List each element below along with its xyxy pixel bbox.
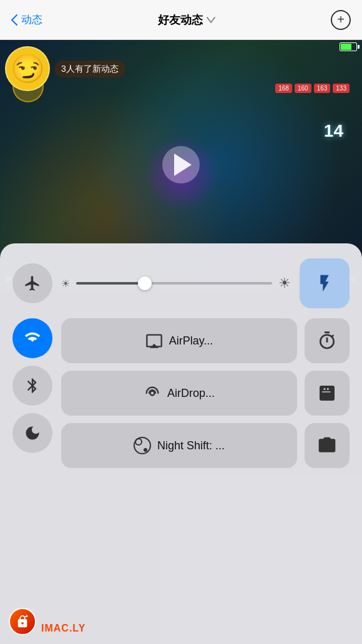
title-text: 好友动态 — [158, 12, 203, 27]
navigation-bar: 动态 好友动态 + — [0, 0, 362, 40]
play-triangle-icon — [174, 154, 192, 176]
brightness-slider-container[interactable]: ☀ ☀ — [61, 275, 291, 291]
wifi-button[interactable] — [12, 318, 52, 358]
flashlight-button[interactable] — [300, 258, 350, 308]
calculator-icon — [317, 383, 337, 403]
brightness-thumb[interactable] — [138, 276, 152, 290]
svg-point-0 — [150, 391, 154, 396]
moon-icon — [24, 424, 41, 442]
airplay-icon — [145, 332, 163, 349]
add-button[interactable]: + — [331, 10, 351, 30]
cc-left-column — [12, 318, 52, 453]
cc-airplay-row: AirPlay... — [61, 318, 350, 363]
camera-icon — [317, 436, 337, 456]
calculator-button[interactable] — [305, 371, 350, 416]
cc-airdrop-row: AirDrop... — [61, 371, 350, 416]
cc-right-section: AirPlay... — [61, 318, 350, 468]
night-shift-icon — [134, 437, 151, 454]
chevron-down-icon — [207, 17, 215, 23]
night-shift-label: Night Shift: ... — [157, 439, 225, 452]
airdrop-icon — [144, 384, 161, 402]
wifi-icon — [24, 329, 41, 347]
brightness-high-icon: ☀ — [278, 275, 291, 291]
avatar: 😏 — [5, 46, 50, 91]
airplay-label: AirPlay... — [169, 334, 213, 348]
brightness-low-icon: ☀ — [61, 278, 70, 290]
airdrop-label: AirDrop... — [167, 387, 215, 400]
battery-fill — [341, 44, 351, 50]
notification-text: 3人有了新动态 — [55, 61, 125, 77]
lock-badge — [9, 608, 36, 635]
back-label: 动态 — [21, 12, 42, 27]
control-center-panel: ☀ ☀ — [0, 243, 362, 644]
airplane-icon — [24, 275, 41, 292]
cc-nightshift-row: Night Shift: ... — [61, 423, 350, 468]
play-button[interactable] — [162, 146, 200, 183]
night-shift-button[interactable]: Night Shift: ... — [61, 423, 297, 468]
battery-indicator — [340, 42, 357, 51]
airdrop-button[interactable]: AirDrop... — [61, 371, 297, 416]
airplane-mode-button[interactable] — [12, 263, 52, 303]
watermark-site-text: IMAC.LY — [41, 623, 86, 633]
notification-label: 3人有了新动态 — [61, 64, 119, 74]
back-button[interactable]: 动态 — [11, 12, 42, 27]
page-title: 好友动态 — [158, 12, 215, 27]
battery-tip — [358, 45, 360, 49]
feed-notification: 😏 3人有了新动态 — [5, 46, 125, 91]
airplay-button[interactable]: AirPlay... — [61, 318, 297, 363]
cc-row-top: ☀ ☀ — [12, 258, 350, 308]
lock-rotate-icon — [16, 615, 29, 628]
timer-icon — [317, 331, 337, 351]
cc-main-section: AirPlay... — [12, 318, 350, 468]
add-icon: + — [337, 12, 345, 27]
brightness-track[interactable] — [76, 282, 272, 285]
chevron-left-icon — [11, 14, 17, 26]
brightness-fill — [76, 282, 145, 285]
flashlight-icon — [315, 273, 335, 293]
timer-button[interactable] — [305, 318, 350, 363]
watermark-text-container: IMAC.LY — [41, 623, 86, 634]
bluetooth-button[interactable] — [12, 366, 52, 406]
bluetooth-icon — [24, 377, 41, 394]
camera-button[interactable] — [305, 423, 350, 468]
do-not-disturb-button[interactable] — [12, 413, 52, 453]
